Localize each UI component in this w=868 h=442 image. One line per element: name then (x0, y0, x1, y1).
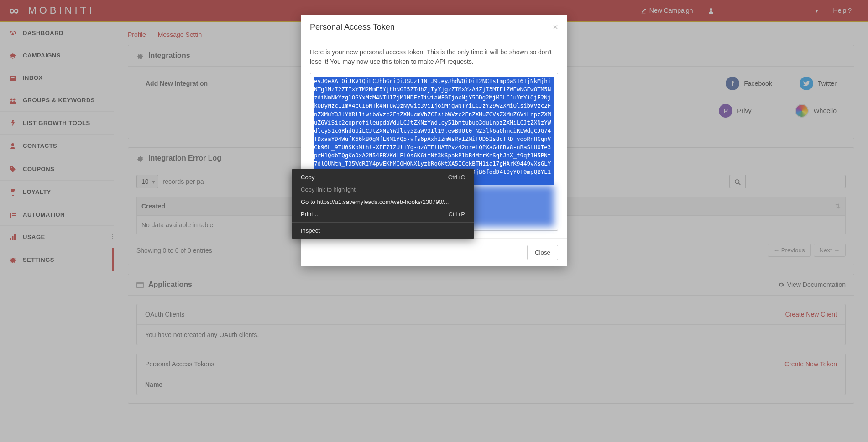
modal-title: Personal Access Token (310, 22, 395, 32)
ctx-goto[interactable]: Go to https://u1.savemyleads.com/web-hoo… (292, 196, 474, 208)
ctx-inspect[interactable]: Inspect (292, 224, 474, 237)
context-menu: Copy Ctrl+C Copy link to highlight Go to… (292, 169, 474, 239)
ctx-copy[interactable]: Copy Ctrl+C (292, 171, 474, 183)
close-button[interactable]: Close (527, 245, 558, 260)
ctx-divider (292, 222, 474, 223)
modal-header: Personal Access Token × (301, 15, 567, 40)
modal-footer: Close (301, 238, 567, 266)
modal-description: Here is your new personal access token. … (310, 47, 558, 67)
ctx-copy-link[interactable]: Copy link to highlight (292, 183, 474, 196)
token-text[interactable]: eyJ0eXAiOiJKV1QiLCJhbGciOiJSUzI1NiJ9.eyJ… (314, 77, 554, 185)
close-icon[interactable]: × (553, 22, 558, 32)
ctx-print[interactable]: Print... Ctrl+P (292, 208, 474, 220)
